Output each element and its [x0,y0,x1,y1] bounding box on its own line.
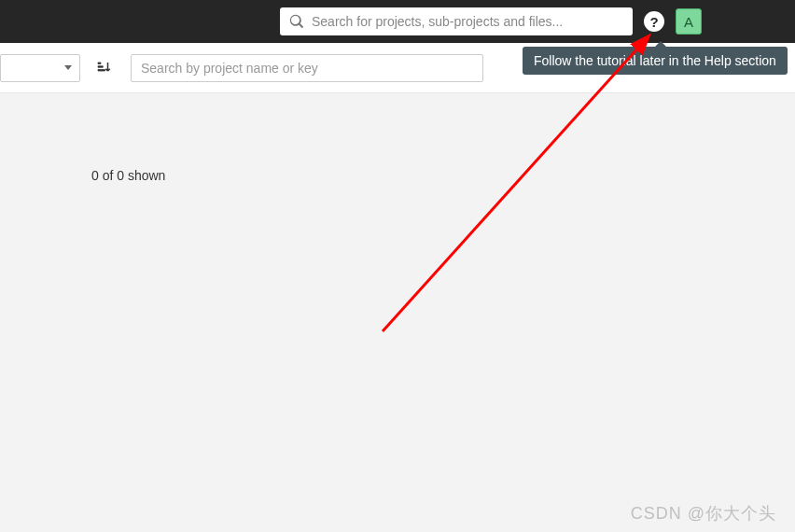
avatar-letter: A [684,14,693,30]
topbar: ? A [0,0,795,43]
global-search-input[interactable] [312,14,623,29]
help-tooltip-text: Follow the tutorial later in the Help se… [534,53,776,68]
project-search-input[interactable] [131,54,483,82]
search-icon [289,14,304,29]
sort-ascending-icon [95,60,112,77]
help-icon: ? [649,14,658,30]
filter-dropdown[interactable] [0,54,80,82]
help-tooltip: Follow the tutorial later in the Help se… [523,47,788,75]
sort-button[interactable] [93,58,114,78]
chevron-down-icon [64,65,72,70]
global-search-container[interactable] [280,7,633,35]
help-button[interactable]: ? [644,11,664,32]
watermark: CSDN @你大个头 [631,502,776,525]
results-shown-text: 0 of 0 shown [91,168,165,183]
avatar[interactable]: A [676,8,702,35]
